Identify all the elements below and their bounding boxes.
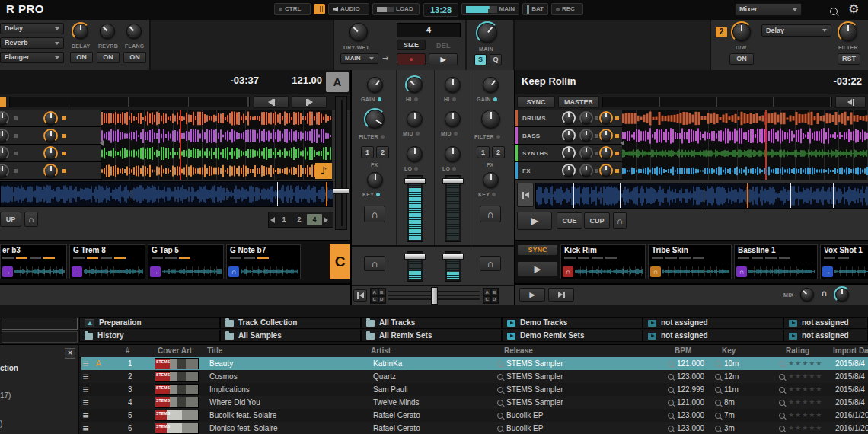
deck-b-cup-button[interactable]: CUP [584, 212, 610, 229]
stem-mute-toggle[interactable] [14, 152, 18, 155]
close-button[interactable]: ✕ [65, 348, 75, 359]
remix-cell[interactable]: G Note b7 ∩ [226, 244, 301, 279]
stem-fx-toggle[interactable] [615, 169, 619, 173]
stem-mute-toggle[interactable] [14, 169, 18, 173]
channel-a-fx1-button[interactable]: 1 [361, 146, 374, 158]
edit-lens-icon[interactable] [715, 413, 721, 419]
stem-filter-knob[interactable] [580, 112, 592, 124]
deck-a-overview-strip[interactable] [0, 181, 333, 207]
remix-cell[interactable]: G Trem 8 → [69, 244, 145, 279]
stem-fx-toggle[interactable] [62, 116, 66, 120]
loop-recorder-play-button[interactable]: ▶ [429, 53, 458, 65]
deck-a-cup-button[interactable]: UP [0, 212, 21, 227]
track-rating[interactable]: ★★★★★ [779, 422, 834, 434]
loop-size-1[interactable]: 1 [276, 216, 292, 223]
deck-a-stem-waveform[interactable] [101, 162, 332, 180]
stem-volume-knob[interactable] [0, 129, 8, 142]
channel-b-fx1-button[interactable]: 1 [477, 146, 490, 158]
channel-d-cue-headphone-button[interactable]: ∩ [480, 256, 501, 271]
remix-d-sync-button[interactable]: SYNC [517, 244, 558, 256]
col-title[interactable]: Title [207, 347, 222, 355]
table-row[interactable]: ≡ 4 STEMS Where Did You Twelve Minds STE… [81, 396, 868, 409]
channel-c-volume-fader[interactable] [407, 251, 423, 282]
stem-fx-send-knob[interactable] [600, 129, 612, 142]
volume-fader-handle[interactable] [404, 254, 426, 260]
crossfader[interactable] [388, 288, 480, 302]
edit-lens-icon[interactable] [715, 374, 721, 380]
col-num[interactable]: # [126, 347, 130, 355]
deck-b-beatjump-play-button[interactable]: ▶ [519, 288, 545, 302]
edit-lens-icon[interactable] [668, 426, 674, 432]
tree-item[interactable]: ) [0, 420, 2, 428]
edit-lens-icon[interactable] [497, 361, 503, 367]
edit-lens-icon[interactable] [779, 374, 785, 380]
volume-fader-handle[interactable] [404, 178, 426, 184]
edit-lens-icon[interactable] [779, 426, 785, 432]
stem-volume-knob[interactable] [563, 164, 575, 177]
channel-b-key-knob[interactable] [483, 172, 499, 188]
loop-recorder-record-button[interactable]: ● [397, 53, 426, 65]
stem-fx-toggle[interactable] [615, 152, 619, 155]
fx1-on1-button[interactable]: ON [70, 52, 93, 63]
fx1-slot3-select[interactable]: Flanger [0, 52, 64, 63]
edit-lens-icon[interactable] [715, 361, 721, 367]
table-row[interactable]: ≡ A 1 STEMS Beauty KatrinKa STEMS Sample… [81, 357, 868, 370]
stem-filter-toggle[interactable] [595, 152, 598, 155]
channel-a-mid-knob[interactable] [407, 111, 423, 127]
channel-a-key-knob[interactable] [367, 172, 383, 188]
favorite-slot[interactable]: not assigned [643, 317, 783, 329]
col-release[interactable]: Release [504, 347, 533, 355]
edit-lens-icon[interactable] [779, 400, 785, 406]
col-cover[interactable]: Cover Art [158, 347, 192, 355]
channel-a-volume-fader[interactable] [407, 175, 423, 242]
channel-d-volume-fader[interactable] [445, 251, 461, 282]
stem-filter-knob[interactable] [580, 164, 592, 177]
row-handle-icon[interactable]: ≡ [82, 424, 89, 432]
loop-recorder-drywet-knob[interactable] [349, 23, 368, 41]
edit-lens-icon[interactable] [497, 426, 503, 432]
edit-lens-icon[interactable] [715, 400, 721, 406]
deck-a-stem-waveform[interactable] [101, 110, 332, 128]
stem-mute-toggle[interactable] [14, 134, 18, 138]
col-rating[interactable]: Rating [786, 347, 809, 355]
deck-b-loop-button[interactable]: ∩ [613, 212, 627, 229]
channel-b-cue-headphone-button[interactable]: ∩ [480, 206, 501, 222]
row-handle-icon[interactable]: ≡ [82, 411, 89, 420]
edit-lens-icon[interactable] [668, 413, 674, 419]
deck-b-stem-waveform[interactable] [622, 127, 868, 145]
remix-cell[interactable]: er b3 → [0, 244, 67, 279]
channel-a-lo-knob[interactable] [407, 146, 423, 162]
skip-to-start-button[interactable] [353, 289, 367, 302]
favorite-slot[interactable]: All Samples [220, 330, 361, 342]
channel-b-gain-knob[interactable] [483, 77, 499, 93]
row-handle-icon[interactable]: ≡ [82, 372, 89, 381]
stem-fx-send-knob[interactable] [44, 147, 57, 160]
table-row[interactable]: ≡ 6 STEMS Dioniso feat. Solaire Rafael C… [81, 422, 868, 434]
remix-cell[interactable]: Tribe Skin ∩ [648, 244, 732, 279]
stem-fx-send-knob[interactable] [44, 112, 57, 125]
remix-cell[interactable]: Kick Rim ∩ [560, 244, 646, 279]
table-row[interactable]: ≡ 5 STEMS Bucolik feat. Solaire Rafael C… [81, 409, 868, 422]
table-row[interactable]: ≡ 2 STEMS Cosmos Quartz STEMS Sampler 12… [81, 370, 868, 383]
deck-b-stem-waveform[interactable] [622, 110, 868, 128]
channel-b-filter-knob[interactable] [481, 110, 500, 129]
stem-fx-toggle[interactable] [615, 116, 619, 120]
browser-search-input[interactable] [2, 318, 78, 330]
deck-b-overview-strip[interactable] [535, 183, 868, 209]
remix-d-play-button[interactable]: ▶ [517, 261, 558, 276]
fx2-dw-knob[interactable] [732, 23, 751, 41]
snap-button[interactable]: S [474, 54, 487, 65]
stem-fx-toggle[interactable] [62, 169, 66, 173]
tree-item[interactable]: 17) [0, 392, 11, 400]
fx2-on-button[interactable]: ON [729, 53, 754, 65]
channel-b-fx2-button[interactable]: 2 [492, 146, 505, 158]
channel-b-hi-knob[interactable] [445, 77, 461, 93]
favorite-slot[interactable]: All Tracks [361, 317, 502, 329]
loop-size-2[interactable]: 2 [292, 216, 307, 223]
remix-cell[interactable]: Vox Shot 1 → [820, 244, 868, 279]
stem-fx-toggle[interactable] [62, 152, 66, 155]
deck-a-tempo-fader[interactable] [335, 96, 347, 230]
deck-a-letter-badge[interactable]: A [326, 72, 349, 92]
fx1-on3-button[interactable]: ON [123, 52, 146, 63]
stem-fx-send-knob[interactable] [600, 112, 612, 124]
